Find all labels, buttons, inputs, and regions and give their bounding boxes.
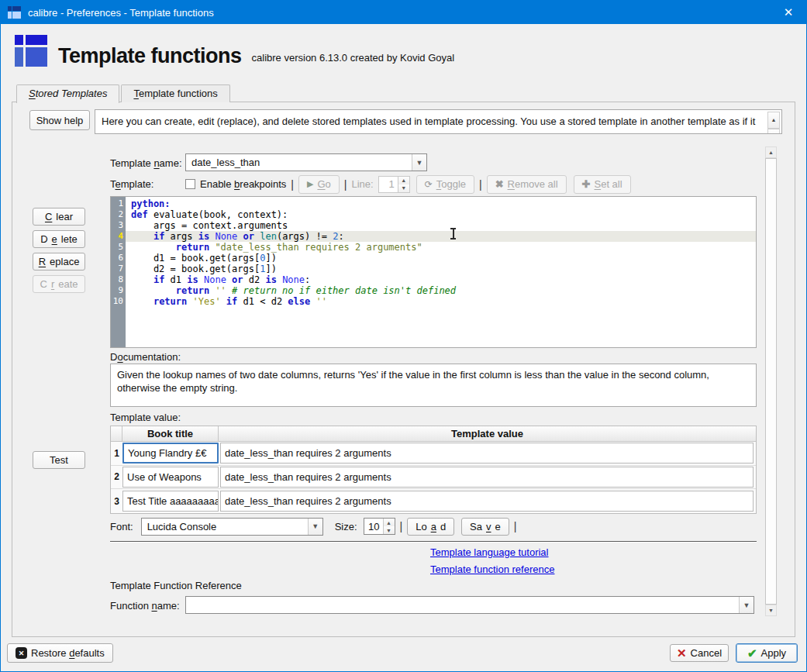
template-language-tutorial-link[interactable]: Template language tutorial (430, 546, 554, 558)
table-row: 1 Young Flandry £€ date_less_than requir… (111, 442, 756, 466)
scroll-up-icon[interactable]: ▲ (767, 112, 780, 129)
line-number: 10 (111, 296, 126, 307)
chevron-down-icon[interactable]: ▼ (412, 154, 426, 171)
code-line[interactable]: 10 return 'Yes' if d1 < d2 else '' (111, 296, 756, 307)
cancel-button[interactable]: ✕ Cancel (670, 644, 729, 662)
code-lines: 1python:2def evaluate(book, context):3 a… (111, 197, 756, 307)
dialog-footer: ✕ Restore defaults ✕ Cancel ✔ Apply (1, 637, 806, 671)
book-title-cell[interactable]: Use of Weapons (122, 467, 219, 488)
delete-button[interactable]: Delete (33, 230, 85, 248)
template-value-cell[interactable]: date_less_than requires 2 arguments (220, 491, 754, 512)
remove-icon: ✖ (495, 178, 504, 190)
scroll-down-icon[interactable]: ▼ (765, 605, 777, 616)
apply-button[interactable]: ✔ Apply (736, 643, 798, 663)
code-text: if d1 is None or d2 is None: (126, 274, 756, 285)
code-line[interactable]: 6 d1 = book.get(args[0]) (111, 253, 756, 264)
template-code-editor[interactable]: 1python:2def evaluate(book, context):3 a… (110, 196, 757, 348)
remove-all-breakpoints-button[interactable]: ✖ Remove all (487, 175, 567, 194)
documentation-label: Documentation: (110, 351, 181, 363)
code-line[interactable]: 2def evaluate(book, context): (111, 209, 756, 220)
template-value-cell[interactable]: date_less_than requires 2 arguments (220, 443, 754, 464)
restore-defaults-button[interactable]: ✕ Restore defaults (7, 643, 113, 663)
template-function-reference-link[interactable]: Template function reference (430, 563, 554, 575)
code-line[interactable]: 4 if args is None or len(args) != 2: (111, 231, 756, 242)
font-toolbar: Font: Lucida Console ▼ Size: 10 ▲▼ | Loa… (110, 517, 521, 536)
line-number: 6 (111, 253, 126, 264)
scroll-up-icon[interactable]: ▲ (765, 146, 777, 158)
template-name-label: Template name: (110, 157, 182, 169)
help-text-box[interactable]: Here you can create, edit (replace), and… (95, 109, 782, 134)
window-title: calibre - Preferences - Template functio… (28, 7, 771, 19)
help-scroll-arrows[interactable]: ▲▼ (767, 112, 780, 132)
font-label: Font: (110, 521, 133, 532)
spin-up-icon[interactable]: ▲ (398, 177, 409, 184)
code-line[interactable]: 8 if d1 is None or d2 is None: (111, 274, 756, 285)
template-value-table: Book title Template value 1 Young Flandr… (110, 426, 757, 514)
tab-template-functions[interactable]: Template functions (121, 84, 229, 102)
line-spinbox[interactable]: 1 ▲▼ (378, 176, 410, 193)
row-number: 1 (111, 448, 122, 459)
save-button[interactable]: Save (461, 518, 509, 536)
chevron-down-icon[interactable]: ▼ (739, 597, 754, 613)
set-all-breakpoints-button[interactable]: ✚ Set all (574, 175, 631, 194)
row-number: 2 (111, 471, 122, 482)
panel-scrollbar[interactable]: ▲ ▼ (765, 146, 777, 616)
spin-down-icon[interactable]: ▼ (398, 184, 409, 192)
spin-up-icon[interactable]: ▲ (384, 519, 395, 526)
spin-down-icon[interactable]: ▼ (384, 526, 395, 534)
function-name-combobox[interactable]: ▼ (185, 596, 754, 614)
enable-breakpoints-checkbox[interactable] (185, 179, 195, 189)
close-icon[interactable]: ✕ (771, 1, 806, 24)
tab-stored-templates[interactable]: Stored Templates (16, 84, 119, 103)
size-label: Size: (335, 521, 357, 532)
font-combobox[interactable]: Lucida Console ▼ (141, 518, 323, 536)
book-title-header[interactable]: Book title (122, 426, 219, 441)
clear-button[interactable]: Clear (33, 208, 85, 226)
preferences-dialog: { "window": { "title": "calibre - Prefer… (0, 0, 807, 672)
documentation-textarea[interactable]: Given the lookup names of two date colum… (110, 364, 757, 407)
enable-breakpoints-label[interactable]: Enable breakpoints (200, 178, 286, 190)
scroll-down-icon[interactable]: ▼ (767, 129, 780, 134)
template-value-header[interactable]: Template value (219, 426, 756, 441)
code-text: args = context.arguments (126, 220, 756, 231)
code-text: def evaluate(book, context): (126, 209, 756, 220)
table-row: 3 Test Title aaaaaaaaaa date_less_than r… (111, 489, 756, 513)
line-number: 7 (111, 264, 126, 274)
book-title-cell[interactable]: Young Flandry £€ (122, 443, 219, 464)
replace-button[interactable]: Replace (33, 253, 85, 271)
calibre-window-icon (8, 6, 21, 19)
book-title-cell[interactable]: Test Title aaaaaaaaaa (122, 491, 219, 512)
code-line[interactable]: 7 d2 = book.get(args[1]) (111, 264, 756, 274)
scrollbar-thumb[interactable] (765, 158, 777, 605)
line-number: 1 (111, 198, 126, 209)
row-number: 3 (111, 496, 122, 507)
line-number: 2 (111, 209, 126, 220)
version-text: calibre version 6.13.0 created by Kovid … (252, 52, 455, 67)
code-line[interactable]: 5 return "date_less_than requires 2 argu… (111, 242, 756, 253)
size-spinbox[interactable]: 10 ▲▼ (364, 518, 395, 535)
function-name-label: Function name: (110, 600, 180, 612)
code-text: return 'Yes' if d1 < d2 else '' (126, 296, 756, 307)
code-line[interactable]: 9 return '' # return no if either date i… (111, 285, 756, 296)
font-value: Lucida Console (147, 521, 217, 532)
template-value-cell[interactable]: date_less_than requires 2 arguments (220, 467, 754, 488)
line-number: 8 (111, 274, 126, 285)
code-text: if args is None or len(args) != 2: (126, 231, 756, 242)
code-line[interactable]: 1python: (111, 198, 756, 209)
toolbar-separator: | (479, 178, 482, 191)
toggle-breakpoint-button[interactable]: ⟳ Toggle (416, 175, 474, 194)
load-button[interactable]: Load (407, 518, 454, 536)
create-button[interactable]: Create (33, 275, 85, 293)
doc-links: Template language tutorial Template func… (430, 546, 554, 575)
help-text: Here you can create, edit (replace), and… (102, 115, 755, 127)
test-button[interactable]: Test (33, 451, 85, 469)
show-help-button[interactable]: Show help (29, 110, 90, 130)
template-name-combobox[interactable]: date_less_than ▼ (185, 153, 427, 171)
chevron-down-icon[interactable]: ▼ (308, 519, 322, 535)
code-text: return '' # return no if either date isn… (126, 285, 756, 296)
go-button[interactable]: ▶ Go (298, 175, 340, 194)
template-label: Template: (110, 178, 185, 190)
line-value: 1 (379, 177, 398, 192)
code-line[interactable]: 3 args = context.arguments (111, 220, 756, 231)
line-number: 4 (111, 231, 126, 242)
